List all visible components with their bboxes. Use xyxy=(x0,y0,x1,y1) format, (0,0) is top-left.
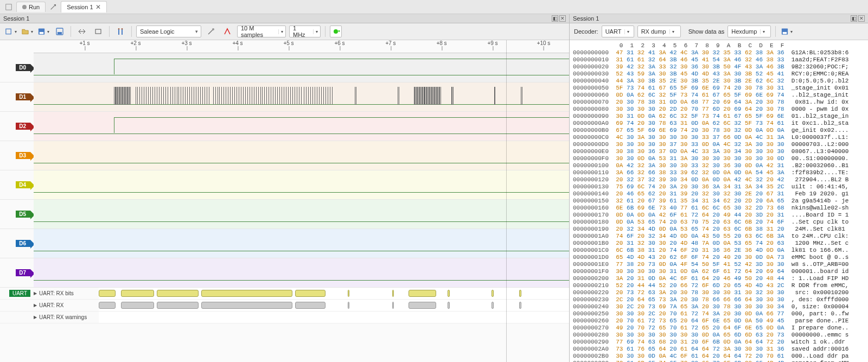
ruler-tick: +5 s xyxy=(283,40,293,46)
svg-rect-3 xyxy=(40,32,44,34)
session-header-right: Session 1 ◧✕ xyxy=(570,14,868,23)
channel-d0[interactable]: D0 xyxy=(0,53,569,82)
decoder-view-value: RX dump xyxy=(641,28,666,35)
ruler-tick: +3 s xyxy=(181,40,192,46)
driver-config-button[interactable] xyxy=(205,26,218,37)
channel-track[interactable] xyxy=(34,82,569,111)
decoder-row-name[interactable]: ▶UART: RX xyxy=(34,302,99,308)
ruler-tick: +1 s xyxy=(79,40,90,46)
expand-icon[interactable]: ▶ xyxy=(34,291,37,296)
decoder-track[interactable] xyxy=(99,300,569,311)
channel-track[interactable] xyxy=(34,141,569,170)
channel-track[interactable] xyxy=(34,229,569,258)
channel-d1[interactable]: D1 xyxy=(0,82,569,112)
save-as-button[interactable] xyxy=(53,26,66,37)
decoder-row-name[interactable]: ▶UART: RX bits xyxy=(34,290,99,296)
decoder-label: Decoder: xyxy=(574,28,598,35)
channel-track[interactable] xyxy=(34,170,569,199)
app-icon[interactable] xyxy=(2,1,15,13)
trace-line xyxy=(34,75,569,75)
channel-label[interactable]: D4 xyxy=(0,170,34,199)
trace-line xyxy=(34,134,569,134)
expand-icon[interactable]: ▶ xyxy=(34,315,37,320)
channel-track[interactable] xyxy=(34,258,569,287)
run-tab-label: Run xyxy=(29,4,40,10)
capture-toolbar: Saleae Logic 10 M samples▾ 1 MHz▾ xyxy=(0,23,569,40)
global-tab-bar: Run Session 1 ✕ xyxy=(0,0,868,14)
channel-label[interactable]: D1 xyxy=(0,82,34,111)
close-pane-icon[interactable]: ✕ xyxy=(858,15,865,22)
channel-track[interactable] xyxy=(34,112,569,141)
open-button[interactable] xyxy=(21,26,34,37)
close-tab-icon[interactable]: ✕ xyxy=(95,3,101,11)
trace-line xyxy=(34,251,569,251)
channel-d7[interactable]: D7 xyxy=(0,258,569,288)
ruler-tick: +8 s xyxy=(436,40,446,46)
show-data-label: Show data as xyxy=(688,28,725,35)
expand-icon[interactable]: ▶ xyxy=(34,303,37,308)
channels-button[interactable] xyxy=(221,26,234,37)
channel-track[interactable] xyxy=(34,53,569,82)
trace-line xyxy=(34,280,569,281)
samples-value: 10 M samples xyxy=(241,25,275,38)
decoder-track[interactable] xyxy=(99,312,569,323)
decoder-toolbar: Decoder: UART▾ RX dump▾ Show data as Hex… xyxy=(570,23,868,40)
channel-label[interactable]: D6 xyxy=(0,229,34,258)
detach-icon[interactable]: ◧ xyxy=(851,15,857,22)
samplerate-select[interactable]: 1 MHz▾ xyxy=(289,26,321,37)
decoder-rows: UART▶UART: RX bits▶UART: RX▶UART: RX war… xyxy=(0,288,569,323)
save-hexdump-button[interactable] xyxy=(780,26,793,37)
channel-label[interactable]: D0 xyxy=(0,53,34,82)
session-tab[interactable]: Session 1 ✕ xyxy=(61,1,106,12)
channel-label[interactable]: D5 xyxy=(0,200,34,228)
channel-d3[interactable]: D3 xyxy=(0,141,569,170)
channel-d4[interactable]: D4 xyxy=(0,170,569,200)
ruler-tick: +2 s xyxy=(130,40,141,46)
decoder-tag: UART xyxy=(9,290,30,297)
waveform-pane: Session 1 ◧✕ Saleae Logic 10 M samples▾ … xyxy=(0,14,570,362)
trace-line xyxy=(34,163,569,163)
decoder-row-name[interactable]: ▶UART: RX warnings xyxy=(34,314,99,320)
zoom-region-button[interactable] xyxy=(92,26,105,37)
time-cursor[interactable] xyxy=(506,40,507,362)
decoder-track[interactable] xyxy=(99,288,569,299)
show-data-select[interactable]: Hexdump▾ xyxy=(727,26,771,37)
samples-select[interactable]: 10 M samples▾ xyxy=(237,26,286,37)
close-pane-icon[interactable]: ✕ xyxy=(559,15,566,22)
run-capture-button[interactable] xyxy=(330,26,342,37)
channel-d2[interactable]: D2 xyxy=(0,112,569,141)
driver-select[interactable]: Saleae Logic xyxy=(136,26,201,37)
channel-tag: D7 xyxy=(16,269,30,276)
decoder-row[interactable]: ▶UART: RX xyxy=(0,300,569,312)
svg-rect-9 xyxy=(783,32,787,34)
session-header-left: Session 1 ◧✕ xyxy=(0,14,569,23)
new-session-button[interactable] xyxy=(4,26,17,37)
channel-track[interactable] xyxy=(34,200,569,228)
decoder-row[interactable]: ▶UART: RX warnings xyxy=(0,312,569,323)
tools-icon[interactable] xyxy=(47,1,60,13)
detach-icon[interactable]: ◧ xyxy=(552,15,558,22)
channel-d6[interactable]: D6 xyxy=(0,229,569,258)
channel-label[interactable]: D3 xyxy=(0,141,34,170)
ruler-tick: +7 s xyxy=(385,40,395,46)
run-tab[interactable]: Run xyxy=(16,2,46,12)
zoom-fit-button[interactable] xyxy=(75,26,88,37)
channels-container: D0D1D2D3D4D5D6D7 xyxy=(0,53,569,288)
time-ruler[interactable]: +1 s+2 s+3 s+4 s+5 s+6 s+7 s+8 s+9 s+10 … xyxy=(34,40,569,53)
channel-tag: D3 xyxy=(16,152,30,159)
hexdump-view[interactable]: 0 1 2 3 4 5 6 7 8 9 A B C D E F000000000… xyxy=(570,40,868,362)
channel-tag: D5 xyxy=(16,211,30,218)
show-data-value: Hexdump xyxy=(731,28,757,35)
channel-label[interactable]: D2 xyxy=(0,112,34,141)
channel-label[interactable]: D7 xyxy=(0,258,34,287)
channel-d5[interactable]: D5 xyxy=(0,200,569,229)
svg-rect-0 xyxy=(6,4,12,10)
cursors-button[interactable] xyxy=(114,26,127,37)
save-button[interactable] xyxy=(37,26,50,37)
decoder-view-select[interactable]: RX dump▾ xyxy=(637,26,681,37)
timeline-area[interactable]: +1 s+2 s+3 s+4 s+5 s+6 s+7 s+8 s+9 s+10 … xyxy=(0,40,569,362)
decoder-select[interactable]: UART▾ xyxy=(602,26,634,37)
decoder-row[interactable]: UART▶UART: RX bits xyxy=(0,288,569,300)
svg-rect-5 xyxy=(58,32,62,34)
trace-line xyxy=(34,221,569,222)
